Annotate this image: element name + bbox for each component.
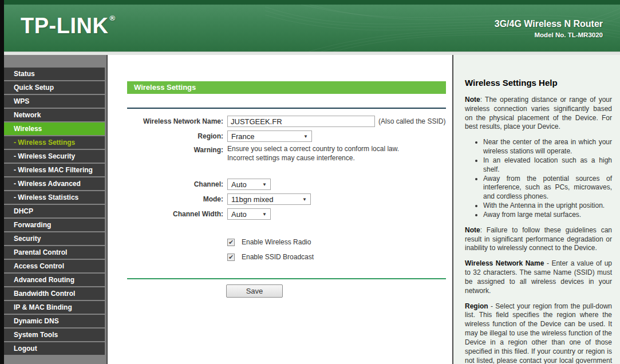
sidebar-item-parental-control[interactable]: Parental Control bbox=[4, 246, 105, 259]
help-note-1: Note: The operating distance or range of… bbox=[465, 96, 612, 132]
help-bullet: With the Antenna in the upright position… bbox=[483, 201, 612, 211]
region-select-value: France bbox=[231, 132, 254, 141]
sidebar-item-forwarding[interactable]: Forwarding bbox=[4, 219, 105, 231]
sidebar-item-advanced-routing[interactable]: Advanced Routing bbox=[4, 274, 105, 286]
title-separator-line bbox=[127, 108, 446, 109]
sidebar-item-quick-setup[interactable]: Quick Setup bbox=[4, 81, 105, 94]
sidebar-item-dynamic-dns[interactable]: Dynamic DNS bbox=[4, 315, 105, 327]
warning-label: Warning: bbox=[108, 144, 223, 156]
region-select[interactable]: France ▼ bbox=[227, 130, 312, 142]
help-panel: Wireless Settings Help Note: The operati… bbox=[452, 55, 620, 364]
channel-width-select[interactable]: Auto ▼ bbox=[227, 208, 271, 220]
page-left-border bbox=[0, 0, 4, 364]
enable-ssid-broadcast-label[interactable]: Enable SSID Broadcast bbox=[242, 253, 314, 261]
sidebar-item-wps[interactable]: WPS bbox=[4, 95, 105, 108]
channel-width-label: Channel Width: bbox=[108, 208, 223, 220]
channel-select-value: Auto bbox=[231, 180, 247, 189]
help-note-2: Note: Failure to follow these guidelines… bbox=[465, 226, 612, 253]
region-label: Region: bbox=[108, 130, 223, 142]
header-product-info: 3G/4G Wireless N Router Model No. TL-MR3… bbox=[495, 19, 603, 38]
help-bullet-list: Near the center of the area in which you… bbox=[465, 138, 612, 219]
sidebar-item-security[interactable]: Security bbox=[4, 232, 105, 245]
warning-row: Warning: Ensure you select a correct cou… bbox=[108, 144, 452, 163]
main-content: Wireless Settings Wireless Network Name:… bbox=[108, 55, 452, 364]
sidebar-item-ip-mac-binding[interactable]: IP & MAC Binding bbox=[4, 301, 105, 314]
help-bullet: Away from the potential sources of inter… bbox=[483, 175, 612, 201]
dropdown-arrow-icon: ▼ bbox=[302, 197, 307, 202]
warning-line1: Ensure you select a correct country to c… bbox=[227, 144, 399, 153]
sidebar-item-wireless-statistics[interactable]: - Wireless Statistics bbox=[4, 191, 105, 204]
help-wnn-term: Wireless Network Name bbox=[465, 259, 544, 267]
tplink-logo: TP-LINK® bbox=[21, 14, 115, 38]
help-bullet: Away from large metal surfaces. bbox=[483, 211, 612, 220]
registered-trademark-icon: ® bbox=[109, 14, 115, 22]
channel-row: Channel: Auto ▼ bbox=[108, 179, 452, 190]
enable-ssid-broadcast-row: ✔ Enable SSID Broadcast bbox=[227, 253, 314, 261]
mode-row: Mode: 11bgn mixed ▼ bbox=[108, 193, 452, 205]
sidebar-item-system-tools[interactable]: System Tools bbox=[4, 329, 105, 341]
sidebar-item-dhcp[interactable]: DHCP bbox=[4, 205, 105, 217]
channel-label: Channel: bbox=[108, 179, 223, 190]
ssid-note: (Also called the SSID) bbox=[378, 116, 445, 127]
help-note-2-text: : Failure to follow these guidelines can… bbox=[465, 226, 612, 252]
sidebar-item-wireless-security[interactable]: - Wireless Security bbox=[4, 150, 105, 163]
help-region-term: Region bbox=[465, 302, 488, 310]
model-number: Model No. TL-MR3020 bbox=[495, 31, 603, 38]
help-wireless-network-name: Wireless Network Name - Enter a value of… bbox=[465, 259, 612, 295]
mode-select-value: 11bgn mixed bbox=[231, 195, 273, 204]
sidebar-item-wireless-advanced[interactable]: - Wireless Advanced bbox=[4, 177, 105, 190]
header: TP-LINK® 3G/4G Wireless N Router Model N… bbox=[0, 0, 620, 52]
dropdown-arrow-icon: ▼ bbox=[262, 212, 267, 217]
save-button[interactable]: Save bbox=[226, 284, 283, 298]
help-region: Region - Select your region from the pul… bbox=[465, 302, 612, 364]
save-separator-line bbox=[127, 278, 446, 279]
tplink-logo-text: TP-LINK bbox=[21, 14, 108, 38]
sidebar-item-wireless-settings[interactable]: - Wireless Settings bbox=[4, 136, 105, 149]
mode-select[interactable]: 11bgn mixed ▼ bbox=[227, 193, 311, 205]
help-bullet: Near the center of the area in which you… bbox=[483, 138, 612, 156]
page-title: Wireless Settings bbox=[127, 81, 446, 94]
body-row: Status Quick Setup WPS Network Wireless … bbox=[4, 55, 620, 364]
warning-line2: Incorrect settings may cause interferenc… bbox=[227, 153, 399, 163]
channel-select[interactable]: Auto ▼ bbox=[227, 179, 271, 190]
ssid-field-wrap bbox=[227, 116, 375, 127]
sidebar-item-wireless[interactable]: Wireless bbox=[4, 122, 105, 135]
sidebar-item-logout[interactable]: Logout bbox=[4, 342, 105, 355]
help-bullet: In an elevated location such as a high s… bbox=[483, 156, 612, 175]
channel-width-row: Channel Width: Auto ▼ bbox=[108, 208, 452, 220]
sidebar-item-bandwidth-control[interactable]: Bandwidth Control bbox=[4, 287, 105, 300]
help-note-1-term: Note bbox=[465, 96, 480, 104]
sidebar-menu: Status Quick Setup WPS Network Wireless … bbox=[4, 55, 108, 364]
ssid-row: Wireless Network Name: (Also called the … bbox=[108, 116, 452, 127]
dropdown-arrow-icon: ▼ bbox=[262, 182, 267, 187]
region-row: Region: France ▼ bbox=[108, 130, 452, 142]
sidebar-item-status[interactable]: Status bbox=[4, 68, 105, 80]
header-top-line bbox=[0, 0, 620, 5]
help-note-2-term: Note bbox=[465, 226, 480, 234]
ssid-label: Wireless Network Name: bbox=[108, 116, 223, 127]
sidebar-item-wireless-mac-filtering[interactable]: - Wireless MAC Filtering bbox=[4, 164, 105, 176]
enable-ssid-broadcast-checkbox[interactable]: ✔ bbox=[227, 254, 235, 261]
enable-wireless-radio-checkbox[interactable]: ✔ bbox=[227, 239, 235, 246]
router-admin-page: TP-LINK® 3G/4G Wireless N Router Model N… bbox=[0, 0, 620, 364]
help-note-1-text: : The operating distance or range of you… bbox=[465, 96, 612, 130]
sidebar-item-network[interactable]: Network bbox=[4, 109, 105, 121]
help-region-text: - Select your region from the pull-down … bbox=[465, 302, 612, 364]
product-name: 3G/4G Wireless N Router bbox=[495, 19, 603, 29]
dropdown-arrow-icon: ▼ bbox=[303, 134, 308, 139]
channel-width-select-value: Auto bbox=[231, 210, 247, 219]
ssid-input[interactable] bbox=[227, 116, 375, 127]
enable-wireless-radio-row: ✔ Enable Wireless Radio bbox=[227, 238, 311, 246]
sidebar-item-access-control[interactable]: Access Control bbox=[4, 260, 105, 272]
enable-wireless-radio-label[interactable]: Enable Wireless Radio bbox=[242, 238, 311, 246]
mode-label: Mode: bbox=[108, 193, 223, 205]
help-title: Wireless Settings Help bbox=[465, 78, 612, 88]
